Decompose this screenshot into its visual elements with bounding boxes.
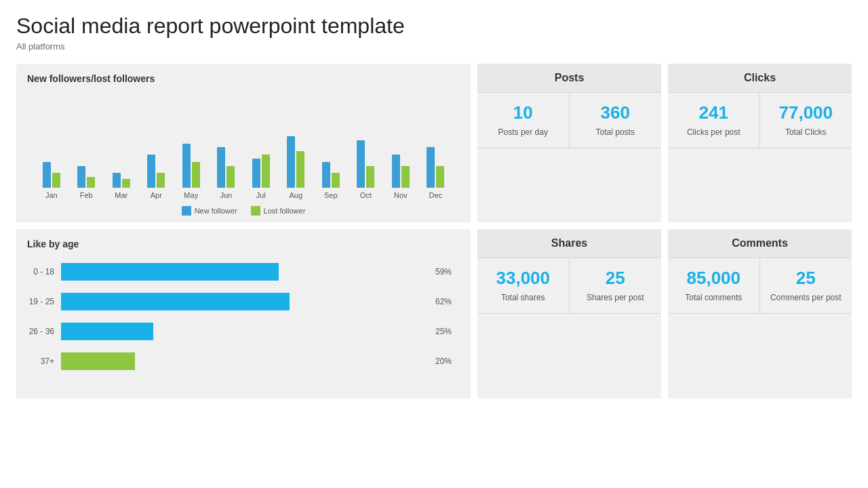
shares-grid: 33,000 Total shares 25 Shares per post bbox=[477, 258, 661, 314]
clicks-label2: Total Clicks bbox=[767, 127, 846, 138]
bar-group-mar: Mar bbox=[104, 91, 139, 199]
hbar-track-0 bbox=[61, 263, 430, 281]
hbar-pct-0: 59% bbox=[435, 267, 460, 277]
comments-label2: Comments per post bbox=[767, 293, 846, 304]
hbar-label-0: 0 - 18 bbox=[27, 267, 61, 277]
bar-month-label-may: May bbox=[184, 191, 198, 199]
bar-blue-aug bbox=[287, 136, 295, 188]
shares-label2: Shares per post bbox=[576, 293, 655, 304]
bar-group-aug: Aug bbox=[279, 91, 314, 199]
bar-chart-area: JanFebMarAprMayJunJulAugSepOctNovDec bbox=[27, 91, 460, 199]
bar-pair-jun bbox=[209, 147, 244, 188]
bar-blue-oct bbox=[357, 140, 365, 188]
bar-month-label-mar: Mar bbox=[115, 191, 127, 199]
bar-chart-legend: New follower Lost follower bbox=[27, 206, 460, 216]
clicks-value2: 77,000 bbox=[767, 102, 846, 123]
bar-group-jan: Jan bbox=[34, 91, 69, 199]
bar-green-apr bbox=[157, 173, 165, 188]
legend-green-label: Lost follower bbox=[264, 207, 306, 215]
comments-value2-cell: 25 Comments per post bbox=[760, 258, 852, 314]
bar-group-jul: Jul bbox=[243, 91, 279, 199]
legend-blue-icon bbox=[182, 206, 191, 216]
clicks-label1: Clicks per post bbox=[675, 127, 753, 138]
shares-label1: Total shares bbox=[484, 293, 562, 304]
bar-month-label-jun: Jun bbox=[220, 191, 232, 199]
hbar-row-0: 0 - 1859% bbox=[27, 263, 460, 281]
posts-card: Posts 10 Posts per day 360 Total posts bbox=[477, 64, 661, 222]
clicks-header: Clicks bbox=[668, 64, 852, 92]
posts-value1: 10 bbox=[484, 102, 562, 123]
legend-green: Lost follower bbox=[251, 206, 306, 216]
hbar-pct-2: 25% bbox=[435, 327, 460, 336]
shares-card: Shares 33,000 Total shares 25 Shares per… bbox=[477, 229, 661, 399]
bar-green-nov bbox=[401, 166, 410, 188]
bar-pair-jan bbox=[34, 162, 69, 188]
bar-group-may: May bbox=[174, 91, 209, 199]
clicks-value1-cell: 241 Clicks per post bbox=[668, 93, 760, 148]
bar-month-label-sep: Sep bbox=[324, 191, 338, 199]
bar-pair-oct bbox=[349, 140, 384, 188]
hbar-row-3: 37+20% bbox=[27, 352, 460, 370]
bar-blue-dec bbox=[427, 147, 435, 188]
bar-blue-jul bbox=[252, 159, 260, 188]
comments-header: Comments bbox=[668, 229, 852, 258]
bar-blue-jun bbox=[217, 147, 225, 188]
hbar-pct-1: 62% bbox=[435, 297, 460, 306]
clicks-value1: 241 bbox=[675, 102, 753, 123]
hbar-pct-3: 20% bbox=[435, 357, 460, 366]
bar-chart-title: New followers/lost followers bbox=[27, 73, 460, 84]
bar-green-jul bbox=[262, 155, 270, 188]
legend-blue: New follower bbox=[182, 206, 237, 216]
legend-green-icon bbox=[251, 206, 260, 216]
bar-group-feb: Feb bbox=[69, 91, 104, 199]
bar-blue-may bbox=[182, 144, 191, 188]
bar-group-dec: Dec bbox=[418, 91, 454, 199]
page-title: Social media report powerpoint template bbox=[16, 14, 852, 39]
clicks-value2-cell: 77,000 Total Clicks bbox=[760, 93, 852, 148]
bar-chart-card: New followers/lost followers JanFebMarAp… bbox=[16, 64, 471, 222]
hbar-label-1: 19 - 25 bbox=[27, 297, 61, 306]
bar-month-label-apr: Apr bbox=[151, 191, 162, 199]
hbar-fill-2 bbox=[61, 323, 153, 340]
shares-value1-cell: 33,000 Total shares bbox=[477, 258, 570, 314]
age-chart-card: Like by age 0 - 1859%19 - 2562%26 - 3625… bbox=[16, 229, 471, 399]
clicks-grid: 241 Clicks per post 77,000 Total Clicks bbox=[668, 92, 852, 148]
bar-blue-jan bbox=[43, 162, 51, 188]
bar-green-dec bbox=[436, 166, 444, 188]
hbar-track-2 bbox=[61, 323, 430, 340]
bar-green-jan bbox=[52, 173, 60, 188]
bar-green-aug bbox=[296, 151, 304, 188]
bar-group-jun: Jun bbox=[209, 91, 244, 199]
bar-pair-mar bbox=[104, 173, 139, 188]
hbar-fill-3 bbox=[61, 352, 135, 370]
shares-header: Shares bbox=[477, 229, 661, 258]
posts-header: Posts bbox=[477, 64, 661, 92]
posts-label1: Posts per day bbox=[484, 127, 562, 138]
age-bar-chart: 0 - 1859%19 - 2562%26 - 3625%37+20% bbox=[27, 256, 460, 389]
hbar-track-3 bbox=[61, 352, 430, 370]
bar-month-label-feb: Feb bbox=[80, 191, 93, 199]
bar-blue-feb bbox=[77, 166, 85, 188]
page-subtitle: All platforms bbox=[16, 41, 852, 52]
comments-card: Comments 85,000 Total comments 25 Commen… bbox=[668, 229, 852, 399]
posts-value2-cell: 360 Total posts bbox=[570, 93, 662, 148]
bar-group-oct: Oct bbox=[349, 91, 384, 199]
comments-value1-cell: 85,000 Total comments bbox=[668, 258, 760, 314]
bar-group-nov: Nov bbox=[383, 91, 418, 199]
bar-pair-aug bbox=[279, 136, 314, 188]
bar-green-mar bbox=[122, 179, 130, 188]
bar-month-label-dec: Dec bbox=[429, 191, 442, 199]
age-chart-title: Like by age bbox=[27, 239, 460, 249]
main-grid: New followers/lost followers JanFebMarAp… bbox=[16, 64, 852, 399]
bar-green-jun bbox=[226, 166, 235, 188]
hbar-row-1: 19 - 2562% bbox=[27, 293, 460, 310]
bar-green-sep bbox=[332, 173, 340, 188]
comments-value2: 25 bbox=[767, 268, 846, 289]
bar-green-feb bbox=[87, 177, 95, 188]
shares-value2-cell: 25 Shares per post bbox=[570, 258, 662, 314]
bar-group-sep: Sep bbox=[313, 91, 349, 199]
posts-value2: 360 bbox=[576, 102, 655, 123]
posts-value1-cell: 10 Posts per day bbox=[477, 93, 570, 148]
bar-blue-sep bbox=[322, 162, 330, 188]
comments-label1: Total comments bbox=[675, 293, 753, 304]
